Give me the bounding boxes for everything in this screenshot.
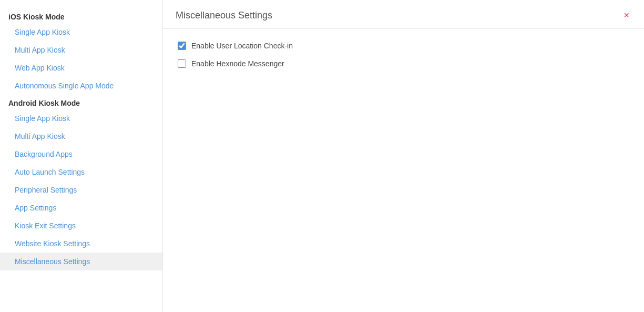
- sidebar-item-ios-multi-app-kiosk[interactable]: Multi App Kiosk: [0, 41, 162, 59]
- checkbox-label-enable-hexnode-messenger[interactable]: Enable Hexnode Messenger: [191, 59, 284, 68]
- ios-section-title: iOS Kiosk Mode: [0, 8, 162, 23]
- sidebar-item-ios-autonomous-single-app-mode[interactable]: Autonomous Single App Mode: [0, 77, 162, 95]
- close-button[interactable]: ×: [621, 9, 631, 21]
- sidebar-item-android-single-app-kiosk[interactable]: Single App Kiosk: [0, 109, 162, 127]
- sidebar-item-android-background-apps[interactable]: Background Apps: [0, 145, 162, 163]
- sidebar-item-android-peripheral-settings[interactable]: Peripheral Settings: [0, 181, 162, 199]
- panel-title: Miscellaneous Settings: [176, 10, 272, 21]
- sidebar-item-android-miscellaneous-settings[interactable]: Miscellaneous Settings: [0, 253, 162, 270]
- sidebar-item-ios-web-app-kiosk[interactable]: Web App Kiosk: [0, 59, 162, 77]
- checkbox-label-enable-user-location[interactable]: Enable User Location Check-in: [191, 42, 293, 50]
- checkbox-row-enable-hexnode-messenger: Enable Hexnode Messenger: [178, 59, 629, 68]
- checkbox-row-enable-user-location: Enable User Location Check-in: [178, 42, 629, 50]
- sidebar-item-android-app-settings[interactable]: App Settings: [0, 199, 162, 217]
- main-content: Miscellaneous Settings × Enable User Loc…: [163, 0, 644, 312]
- checkbox-enable-user-location[interactable]: [178, 42, 186, 50]
- sidebar-item-android-kiosk-exit-settings[interactable]: Kiosk Exit Settings: [0, 217, 162, 235]
- checkbox-enable-hexnode-messenger[interactable]: [178, 59, 186, 68]
- panel-header: Miscellaneous Settings ×: [163, 0, 644, 29]
- android-section-title: Android Kiosk Mode: [0, 95, 162, 109]
- sidebar-item-android-website-kiosk-settings[interactable]: Website Kiosk Settings: [0, 235, 162, 253]
- panel-body: Enable User Location Check-inEnable Hexn…: [163, 29, 644, 312]
- sidebar-item-android-multi-app-kiosk[interactable]: Multi App Kiosk: [0, 127, 162, 145]
- sidebar: iOS Kiosk Mode Single App KioskMulti App…: [0, 0, 163, 312]
- sidebar-item-ios-single-app-kiosk[interactable]: Single App Kiosk: [0, 23, 162, 41]
- sidebar-item-android-auto-launch-settings[interactable]: Auto Launch Settings: [0, 163, 162, 181]
